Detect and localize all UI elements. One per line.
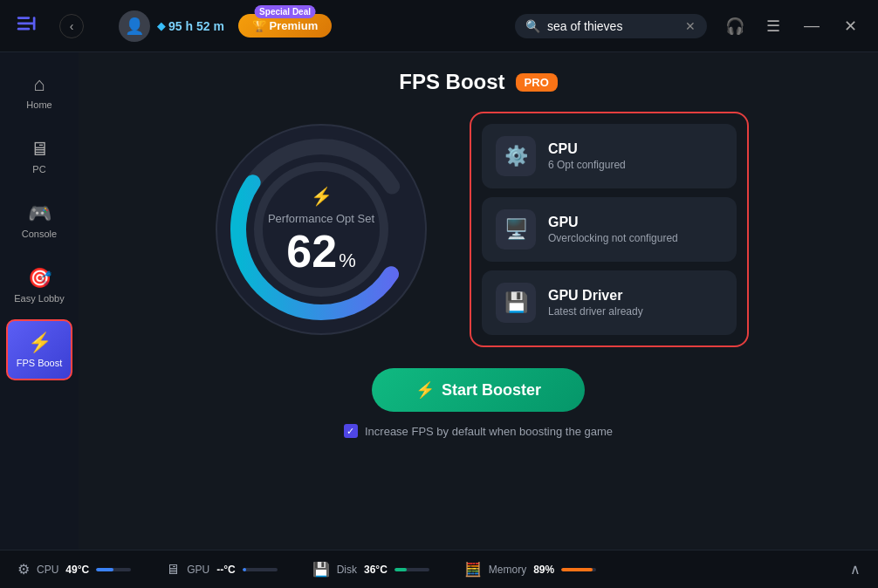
fps-checkbox[interactable]: ✓ xyxy=(344,424,358,438)
cpu-card-text: CPU 6 Opt configured xyxy=(548,141,626,171)
time-hours: 95 h xyxy=(168,19,193,33)
header-right: 🎧 ☰ — ✕ xyxy=(721,12,864,40)
performance-gauge: ⚡ Performance Opt Set 62 % xyxy=(208,116,435,343)
gauge-label: Performance Opt Set xyxy=(268,212,374,225)
status-disk: 💾 Disk 36°C xyxy=(312,561,429,578)
sidebar-item-easy-lobby[interactable]: 🎯 Easy Lobby xyxy=(6,255,72,316)
page-header: FPS Boost PRO xyxy=(399,70,558,94)
gpu-card-subtitle: Overclocking not configured xyxy=(548,232,678,244)
console-icon: 🎮 xyxy=(28,202,51,225)
header-center: 👤 ◆ 95 h 52 m Special Deal 🏆 Premium xyxy=(119,10,515,42)
status-memory-label: Memory xyxy=(489,564,526,576)
avatar: 👤 xyxy=(119,10,150,42)
gpu-card[interactable]: 🖥️ GPU Overclocking not configured xyxy=(482,197,737,262)
bolt-icon: ⚡ xyxy=(311,186,333,207)
minimize-button[interactable]: — xyxy=(798,12,826,40)
status-cpu: ⚙ CPU 49°C xyxy=(17,561,131,578)
sidebar-label-easy-lobby: Easy Lobby xyxy=(14,293,64,304)
pc-icon: 🖥 xyxy=(30,138,49,161)
search-clear-button[interactable]: ✕ xyxy=(685,19,696,33)
fps-checkbox-row[interactable]: ✓ Increase FPS by default when boosting … xyxy=(344,424,613,438)
gauge-inner: ⚡ Performance Opt Set 62 % xyxy=(268,186,374,274)
status-gpu-value: --°C xyxy=(216,564,235,576)
gauge-percent: 62 xyxy=(286,229,337,274)
center-section: ⚡ Performance Opt Set 62 % ⚙️ CPU 6 Opt … xyxy=(96,112,861,347)
start-icon: ⚡ xyxy=(415,380,435,400)
time-display: ◆ 95 h 52 m xyxy=(157,19,224,33)
status-gpu-label: GPU xyxy=(187,564,209,576)
start-label: Start Booster xyxy=(442,381,541,400)
easy-lobby-icon: 🎯 xyxy=(28,267,51,290)
status-cpu-icon: ⚙ xyxy=(17,561,30,578)
status-disk-bar-fill xyxy=(394,568,407,571)
status-disk-bar xyxy=(394,568,429,571)
back-button[interactable]: ‹ xyxy=(59,14,84,38)
gpu-driver-card-subtitle: Latest driver already xyxy=(548,305,643,318)
headset-button[interactable]: 🎧 xyxy=(721,12,749,40)
diamond-icon: ◆ xyxy=(157,20,165,32)
header-left: ‹ xyxy=(14,9,119,44)
menu-button[interactable]: ☰ xyxy=(759,12,787,40)
main-layout: ⌂ Home 🖥 PC 🎮 Console 🎯 Easy Lobby ⚡ FPS… xyxy=(0,52,878,550)
status-gpu: 🖥 GPU --°C xyxy=(166,562,277,578)
sidebar-label-console: Console xyxy=(22,229,57,239)
cpu-card[interactable]: ⚙️ CPU 6 Opt configured xyxy=(482,124,737,188)
home-icon: ⌂ xyxy=(33,73,45,96)
search-bar[interactable]: 🔍 ✕ xyxy=(515,14,707,38)
time-minutes: 52 m xyxy=(196,19,224,33)
status-gpu-bar xyxy=(243,568,278,571)
sidebar-label-fps-boost: FPS Boost xyxy=(17,358,63,368)
status-disk-icon: 💾 xyxy=(312,561,330,578)
sidebar-item-console[interactable]: 🎮 Console xyxy=(6,190,72,251)
svg-rect-2 xyxy=(17,27,30,30)
svg-rect-3 xyxy=(33,17,36,30)
gpu-card-title: GPU xyxy=(548,215,678,230)
gpu-card-icon: 🖥️ xyxy=(496,209,536,250)
gpu-driver-card-title: GPU Driver xyxy=(548,288,643,304)
pro-badge: PRO xyxy=(516,73,558,92)
svg-rect-0 xyxy=(17,17,30,19)
sidebar-label-pc: PC xyxy=(32,164,45,174)
status-cpu-label: CPU xyxy=(37,564,58,576)
cpu-card-title: CPU xyxy=(548,141,626,157)
sidebar-label-home: Home xyxy=(26,99,51,110)
status-gpu-bar-fill xyxy=(243,568,246,571)
search-input[interactable] xyxy=(547,19,678,33)
search-icon: 🔍 xyxy=(525,19,540,33)
bottom-section: ⚡ Start Booster ✓ Increase FPS by defaul… xyxy=(344,368,613,438)
status-memory-icon: 🧮 xyxy=(464,561,482,578)
close-button[interactable]: ✕ xyxy=(836,12,864,40)
svg-rect-1 xyxy=(17,22,35,24)
gpu-driver-card-text: GPU Driver Latest driver already xyxy=(548,288,643,318)
page-title: FPS Boost xyxy=(399,70,504,94)
avatar-area: 👤 ◆ 95 h 52 m xyxy=(119,10,224,42)
sidebar: ⌂ Home 🖥 PC 🎮 Console 🎯 Easy Lobby ⚡ FPS… xyxy=(0,52,79,550)
sidebar-item-fps-boost[interactable]: ⚡ FPS Boost xyxy=(6,319,72,380)
fps-boost-icon: ⚡ xyxy=(28,332,51,354)
app-header: ‹ 👤 ◆ 95 h 52 m Special Deal 🏆 Premium 🔍… xyxy=(0,0,878,52)
start-booster-button[interactable]: ⚡ Start Booster xyxy=(372,368,585,412)
fps-checkbox-label: Increase FPS by default when boosting th… xyxy=(365,425,613,438)
status-memory-value: 89% xyxy=(533,564,554,576)
sidebar-item-pc[interactable]: 🖥 PC xyxy=(6,126,72,187)
status-memory-bar xyxy=(561,568,596,571)
premium-button[interactable]: Special Deal 🏆 Premium xyxy=(238,14,332,38)
gauge-unit: % xyxy=(339,250,356,272)
status-memory: 🧮 Memory 89% xyxy=(464,561,596,578)
app-logo xyxy=(14,9,49,44)
gpu-driver-card[interactable]: 💾 GPU Driver Latest driver already xyxy=(482,270,737,335)
status-disk-label: Disk xyxy=(337,564,357,576)
cpu-card-icon: ⚙️ xyxy=(496,136,536,176)
cpu-card-subtitle: 6 Opt configured xyxy=(548,159,626,171)
special-deal-badge: Special Deal xyxy=(254,5,316,18)
status-bar: ⚙ CPU 49°C 🖥 GPU --°C 💾 Disk 36°C 🧮 Memo… xyxy=(0,550,878,588)
sidebar-item-home[interactable]: ⌂ Home xyxy=(6,61,72,122)
status-memory-bar-fill xyxy=(561,568,593,571)
status-disk-value: 36°C xyxy=(364,564,388,576)
main-content: FPS Boost PRO xyxy=(79,52,878,550)
status-gpu-icon: 🖥 xyxy=(166,562,180,578)
cards-panel: ⚙️ CPU 6 Opt configured 🖥️ GPU Overclock… xyxy=(470,112,749,347)
chevron-up-icon[interactable]: ∧ xyxy=(850,561,861,578)
status-cpu-bar-fill xyxy=(96,568,113,571)
gpu-driver-card-icon: 💾 xyxy=(496,283,536,323)
